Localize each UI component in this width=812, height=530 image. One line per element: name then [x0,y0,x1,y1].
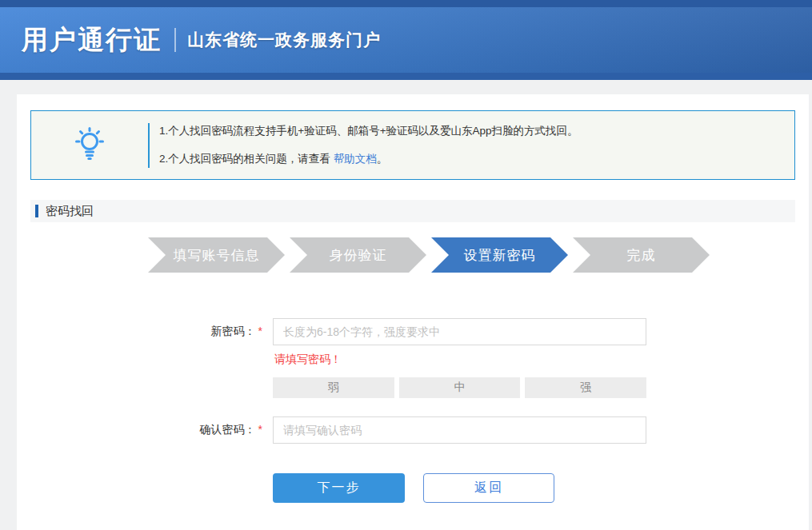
header-top-strip [0,0,812,7]
password-strength-meter: 弱 中 强 [273,377,646,398]
notice-box: 1.个人找回密码流程支持手机+验证码、邮箱号+验证码以及爱山东App扫脸的方式找… [30,110,795,180]
strength-row: 弱 中 强 [17,377,809,398]
back-button[interactable]: 返回 [423,473,554,503]
step-identity-verification: 身份验证 [290,237,426,273]
page: 用户通行证 山东省统一政务服务门户 [0,0,812,530]
section-title: 密码找回 [46,204,94,219]
next-step-button[interactable]: 下一步 [273,473,405,503]
required-asterisk: * [258,423,262,436]
step-label: 填写账号信息 [174,246,260,265]
notice-line-2-text: 2.个人找回密码的相关问题，请查看 [159,153,330,165]
step-fill-account-info: 填写账号信息 [148,237,285,273]
main-card: 1.个人找回密码流程支持手机+验证码、邮箱号+验证码以及爱山东App扫脸的方式找… [17,94,809,530]
notice-line-2-suffix: 。 [377,153,388,165]
buttons-row: 下一步 返回 [17,473,809,503]
password-error-message: 请填写密码！ [273,353,342,367]
page-subtitle: 山东省统一政务服务门户 [187,29,381,51]
title-divider [174,28,176,52]
new-password-input[interactable] [273,318,646,345]
step-label: 身份验证 [330,246,387,265]
section-accent-bar [35,205,38,217]
header-main: 用户通行证 山东省统一政务服务门户 [0,7,812,73]
lightbulb-icon [71,126,108,165]
step-label: 完成 [627,246,656,265]
notice-icon-wrap [31,126,148,165]
notice-line-2: 2.个人找回密码的相关问题，请查看帮助文档。 [159,151,578,167]
step-set-new-password: 设置新密码 [431,237,568,273]
page-title: 用户通行证 [22,22,162,58]
password-form: 新密码：* 请填写密码！ 弱 中 强 确认密码：* [17,318,809,503]
required-asterisk: * [258,325,262,337]
help-doc-link[interactable]: 帮助文档 [334,153,377,165]
step-complete: 完成 [573,237,710,273]
strength-strong: 强 [525,377,646,398]
new-password-label: 新密码：* [17,325,273,339]
confirm-password-label-text: 确认密码： [200,423,256,436]
strength-weak: 弱 [273,377,394,398]
new-password-row: 新密码：* [17,318,809,345]
strength-medium: 中 [399,377,521,398]
new-password-label-text: 新密码： [211,325,256,337]
section-header: 密码找回 [30,200,795,222]
notice-line-1: 1.个人找回密码流程支持手机+验证码、邮箱号+验证码以及爱山东App扫脸的方式找… [159,123,578,139]
confirm-password-label: 确认密码：* [17,423,273,437]
header-bottom-strip [0,73,812,80]
page-header: 用户通行证 山东省统一政务服务门户 [0,0,812,80]
confirm-password-input[interactable] [273,416,646,444]
error-row: 请填写密码！ [17,353,809,367]
step-label: 设置新密码 [464,246,536,265]
notice-text: 1.个人找回密码流程支持手机+验证码、邮箱号+验证码以及爱山东App扫脸的方式找… [150,123,578,167]
confirm-password-row: 确认密码：* [17,416,809,444]
step-indicator: 填写账号信息 身份验证 设置新密码 完成 [148,237,809,273]
